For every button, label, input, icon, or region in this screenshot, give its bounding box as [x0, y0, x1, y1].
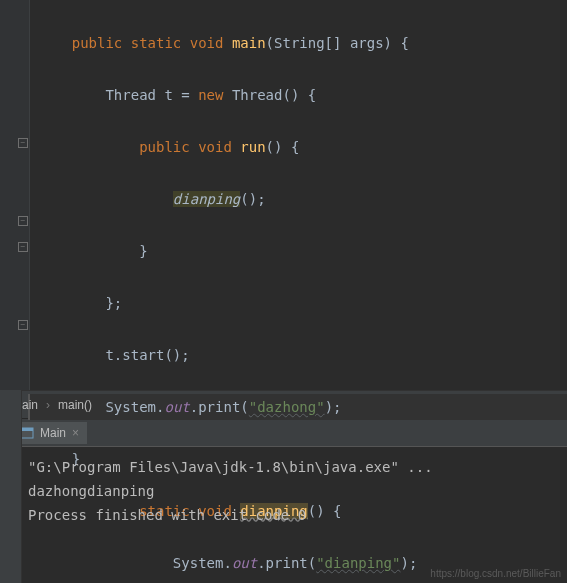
code-line: public void run() { [30, 134, 567, 160]
chevron-right-icon: › [46, 398, 50, 412]
code-line: } [30, 238, 567, 264]
fold-marker-icon[interactable]: − [18, 320, 28, 330]
close-icon[interactable]: × [72, 426, 79, 440]
code-content[interactable]: public static void main(String[] args) {… [30, 0, 567, 390]
watermark: https://blog.csdn.net/BillieFan [430, 568, 561, 579]
code-line: }; [30, 290, 567, 316]
breadcrumb-item[interactable]: main() [58, 398, 92, 412]
code-line: t.start(); [30, 342, 567, 368]
application-icon [20, 426, 34, 440]
fold-marker-icon[interactable]: − [18, 216, 28, 226]
gutter: − − − − [0, 0, 30, 390]
run-tab[interactable]: Main × [12, 422, 87, 444]
svg-rect-1 [21, 428, 33, 431]
code-line: public static void main(String[] args) { [30, 30, 567, 56]
tool-window-strip [0, 390, 22, 583]
code-line: Thread t = new Thread() { [30, 82, 567, 108]
fold-marker-icon[interactable]: − [18, 138, 28, 148]
code-line: dianping(); [30, 186, 567, 212]
run-tab-label: Main [40, 426, 66, 440]
fold-marker-icon[interactable]: − [18, 242, 28, 252]
code-editor[interactable]: − − − − public static void main(String[]… [0, 0, 567, 390]
code-line-highlighted: System.out.print("dazhong"); [28, 394, 567, 420]
